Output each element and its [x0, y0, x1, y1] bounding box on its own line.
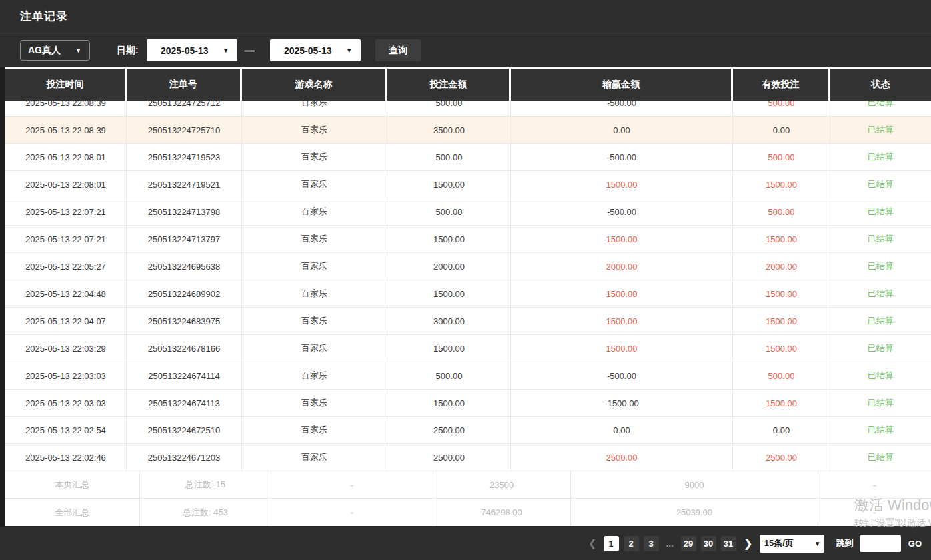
- table-row[interactable]: 2025-05-13 22:04:48 250513224689902 百家乐 …: [5, 280, 931, 308]
- title-bar: 注单记录: [0, 0, 931, 33]
- table-row[interactable]: 2025-05-13 22:03:03 250513224674113 百家乐 …: [5, 390, 931, 417]
- cell-order-no: 250513224713797: [127, 226, 242, 252]
- cell-game-name: 百家乐: [242, 226, 387, 252]
- cell-status: 已结算: [830, 117, 931, 143]
- table-row[interactable]: 2025-05-13 22:04:07 250513224683975 百家乐 …: [5, 308, 931, 335]
- cell-valid-bet: 500.00: [733, 101, 830, 116]
- cell-status: 已结算: [830, 226, 931, 252]
- date-to-select[interactable]: 2025-05-13 ▼: [270, 39, 361, 61]
- cell-win-loss: 1500.00: [511, 280, 733, 307]
- cell-game-name: 百家乐: [242, 390, 387, 416]
- table-row[interactable]: 2025-05-13 22:08:01 250513224719521 百家乐 …: [5, 171, 931, 198]
- cell-win-loss: 0.00: [511, 417, 733, 443]
- cell-game-name: 百家乐: [242, 308, 387, 334]
- pagination: ❮ 123...293031 ❯ 15条/页 ▼ 跳到 GO: [588, 535, 924, 553]
- summary-cell: -: [271, 471, 433, 498]
- filter-bar: AG真人 ▼ 日期: 2025-05-13 ▼ — 2025-05-13 ▼ 查…: [0, 33, 931, 67]
- left-edge-strip: [0, 67, 5, 527]
- page-size-select[interactable]: 15条/页 ▼: [760, 535, 824, 553]
- cell-valid-bet: 1500.00: [733, 171, 830, 198]
- cell-win-loss: 1500.00: [511, 308, 733, 334]
- summary-label: 全部汇总: [5, 499, 140, 526]
- cell-bet-amount: 500.00: [387, 362, 511, 389]
- game-type-select[interactable]: AG真人 ▼: [20, 40, 90, 61]
- cell-bet-amount: 2500.00: [387, 444, 511, 471]
- page-buttons: 123...293031: [604, 536, 741, 551]
- page-button-3[interactable]: 3: [644, 536, 659, 551]
- date-from-select[interactable]: 2025-05-13 ▼: [147, 39, 237, 61]
- table-row[interactable]: 2025-05-13 22:02:46 250513224671203 百家乐 …: [5, 444, 931, 471]
- date-range-dash: —: [245, 45, 255, 56]
- cell-bet-time: 2025-05-13 22:08:01: [5, 144, 127, 170]
- page-button-30[interactable]: 30: [701, 536, 716, 551]
- cell-valid-bet: 1500.00: [733, 335, 830, 362]
- summary-label: 本页汇总: [5, 471, 140, 498]
- cell-order-no: 250513224725710: [127, 117, 242, 143]
- cell-bet-time: 2025-05-13 22:04:07: [5, 308, 127, 334]
- cell-order-no: 250513224674114: [127, 362, 242, 389]
- cell-bet-amount: 2000.00: [387, 253, 511, 280]
- cell-win-loss: 2000.00: [511, 253, 733, 280]
- cell-bet-amount: 1500.00: [387, 226, 511, 252]
- go-button[interactable]: GO: [908, 539, 922, 549]
- table-body[interactable]: 2025-05-13 22:08:39 250513224725712 百家乐 …: [5, 101, 931, 471]
- summary-cell: -: [818, 499, 931, 526]
- cell-game-name: 百家乐: [242, 417, 387, 443]
- cell-valid-bet: 2000.00: [733, 253, 830, 280]
- cell-order-no: 250513224695638: [127, 253, 242, 280]
- page-button-1[interactable]: 1: [604, 536, 619, 551]
- cell-bet-amount: 1500.00: [387, 390, 511, 416]
- prev-page-icon[interactable]: ❮: [588, 537, 597, 549]
- game-type-value: AG真人: [28, 45, 61, 57]
- summary-bet-total: 23500: [433, 471, 571, 498]
- table-row[interactable]: 2025-05-13 22:08:39 250513224725712 百家乐 …: [5, 101, 931, 117]
- date-from-value: 2025-05-13: [147, 45, 223, 56]
- cell-game-name: 百家乐: [242, 444, 387, 471]
- cell-bet-amount: 2500.00: [387, 417, 511, 443]
- table-row[interactable]: 2025-05-13 22:07:21 250513224713797 百家乐 …: [5, 226, 931, 253]
- table-row[interactable]: 2025-05-13 22:08:01 250513224719523 百家乐 …: [5, 144, 931, 171]
- chevron-down-icon: ▼: [814, 540, 821, 547]
- next-page-icon[interactable]: ❯: [744, 537, 753, 551]
- cell-bet-time: 2025-05-13 22:08:39: [5, 117, 127, 143]
- cell-order-no: 250513224719523: [127, 144, 242, 170]
- jump-to-input[interactable]: [860, 535, 901, 552]
- cell-bet-amount: 500.00: [387, 101, 511, 116]
- cell-order-no: 250513224674113: [127, 390, 242, 416]
- cell-bet-amount: 1500.00: [387, 280, 511, 307]
- cell-valid-bet: 500.00: [733, 198, 830, 225]
- cell-order-no: 250513224719521: [127, 171, 242, 198]
- cell-order-no: 250513224689902: [127, 280, 242, 307]
- cell-bet-time: 2025-05-13 22:07:21: [5, 198, 127, 225]
- cell-bet-amount: 500.00: [387, 144, 511, 170]
- cell-bet-time: 2025-05-13 22:02:54: [5, 417, 127, 443]
- cell-game-name: 百家乐: [242, 335, 387, 362]
- cell-order-no: 250513224683975: [127, 308, 242, 334]
- cell-status: 已结算: [830, 362, 931, 389]
- page-button-2[interactable]: 2: [624, 536, 639, 551]
- cell-game-name: 百家乐: [242, 362, 387, 389]
- date-label: 日期:: [117, 45, 139, 57]
- cell-order-no: 250513224678166: [127, 335, 242, 362]
- page-button-31[interactable]: 31: [721, 536, 736, 551]
- summary-cell: -: [271, 499, 433, 526]
- cell-bet-amount: 1500.00: [387, 335, 511, 362]
- cell-win-loss: -500.00: [511, 144, 733, 170]
- table-row[interactable]: 2025-05-13 22:03:29 250513224678166 百家乐 …: [5, 335, 931, 362]
- table-row[interactable]: 2025-05-13 22:02:54 250513224672510 百家乐 …: [5, 417, 931, 444]
- date-to-value: 2025-05-13: [270, 45, 346, 56]
- cell-valid-bet: 0.00: [733, 117, 830, 143]
- query-button[interactable]: 查询: [375, 39, 421, 61]
- summary-total-count: 总注数: 453: [140, 499, 271, 526]
- cell-win-loss: 2500.00: [511, 444, 733, 471]
- table-row[interactable]: 2025-05-13 22:05:27 250513224695638 百家乐 …: [5, 253, 931, 280]
- table-row[interactable]: 2025-05-13 22:03:03 250513224674114 百家乐 …: [5, 362, 931, 390]
- cell-game-name: 百家乐: [242, 171, 387, 198]
- table-row[interactable]: 2025-05-13 22:07:21 250513224713798 百家乐 …: [5, 198, 931, 226]
- summary-row: 全部汇总 总注数: 453 - 746298.00 25039.00 -: [5, 499, 931, 526]
- table-row[interactable]: 2025-05-13 22:08:39 250513224725710 百家乐 …: [5, 117, 931, 144]
- cell-bet-time: 2025-05-13 22:07:21: [5, 226, 127, 252]
- page-button-29[interactable]: 29: [681, 536, 696, 551]
- cell-bet-amount: 3000.00: [387, 308, 511, 334]
- cell-game-name: 百家乐: [242, 280, 387, 307]
